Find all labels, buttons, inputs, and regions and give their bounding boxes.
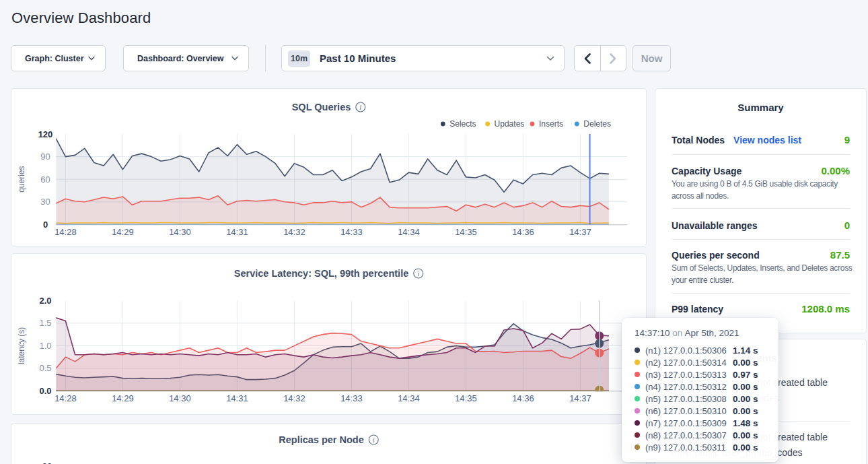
y-tick-label: 0.5	[39, 363, 51, 373]
legend-label: Deletes	[583, 119, 611, 129]
x-tick-label: 14:32	[283, 393, 305, 403]
y-tick-label: 30	[40, 197, 50, 207]
x-tick-label: 14:31	[226, 227, 248, 237]
legend-dot	[441, 122, 445, 127]
tooltip-node-row: (n3) 127.0.0.1:503130.97 s	[635, 368, 768, 380]
dashboard-dropdown[interactable]: Dashboard: Overview	[123, 45, 249, 71]
summary-row-label: P99 latency	[672, 302, 723, 316]
graph-dropdown[interactable]: Graph: Cluster	[11, 45, 106, 71]
time-range-label: Past 10 Minutes	[320, 53, 396, 64]
y-tick-label: 120	[38, 129, 53, 139]
toolbar-divider	[265, 44, 266, 71]
y-axis-title: latency (s)	[17, 327, 26, 364]
replicas-per-node-chart[interactable]: Replicas per Nodei30	[11, 424, 646, 464]
time-forward-button[interactable]	[600, 46, 626, 71]
chart-title: SQL Queries	[292, 102, 351, 112]
node-color-dot	[635, 372, 640, 377]
service-latency-chart[interactable]: Service Latency: SQL, 99th percentilei0.…	[11, 254, 646, 414]
legend-dot	[530, 122, 535, 127]
tooltip-node-label: (n1) 127.0.0.1:50306	[645, 345, 733, 356]
x-tick-label: 14:28	[55, 393, 77, 403]
chart-title-group: Replicas per Nodei	[279, 434, 378, 445]
y-tick-label: 1.0	[39, 341, 51, 351]
summary-row: Unavailable ranges0	[655, 219, 866, 232]
node-color-dot	[635, 360, 640, 365]
summary-title: Summary	[655, 102, 866, 114]
summary-row-caption: You are using 0 B of 4.5 GiB usable disk…	[655, 178, 866, 202]
tooltip-node-value: 1.48 s	[733, 418, 758, 428]
tooltip-node-label: (n4) 127.0.0.1:50312	[645, 382, 733, 392]
x-tick-label: 14:30	[169, 227, 191, 237]
x-tick-label: 14:35	[455, 393, 477, 403]
summary-row-value: 0.00%	[821, 164, 850, 178]
tooltip-timestamp: 14:37:10 on Apr 5th, 2021	[635, 327, 768, 340]
chevron-right-icon	[610, 53, 616, 64]
summary-panel: Summary Total NodesView nodes list9Capac…	[655, 88, 867, 333]
service-latency-chart-card: Service Latency: SQL, 99th percentilei0.…	[11, 253, 647, 415]
node-color-dot	[635, 432, 640, 438]
tooltip-node-value: 1.14 s	[733, 345, 758, 356]
tooltip-node-value: 0.00 s	[733, 406, 758, 416]
tooltip-node-value: 0.00 s	[733, 394, 758, 404]
node-color-dot	[635, 396, 640, 401]
chevron-left-icon	[584, 53, 591, 64]
x-tick-label: 14:29	[112, 393, 134, 403]
tooltip-node-value: 0.00 s	[733, 442, 758, 453]
x-tick-label: 14:37	[569, 393, 591, 403]
y-tick-label: 60	[40, 174, 50, 185]
tooltip-node-label: (n6) 127.0.0.1:50310	[645, 406, 733, 416]
time-step-buttons	[574, 45, 626, 71]
sql-queries-chart[interactable]: SQL Queriesi030609012014:2814:2914:3014:…	[11, 89, 646, 246]
legend-label: Updates	[495, 119, 525, 129]
tooltip-node-label: (n2) 127.0.0.1:50314	[645, 358, 733, 368]
tooltip-node-row: (n8) 127.0.0.1:503070.00 s	[635, 429, 768, 441]
info-icon: i	[356, 102, 365, 112]
summary-divider	[672, 154, 850, 155]
x-tick-label: 14:33	[340, 393, 363, 403]
chart-legend: SelectsUpdatesInsertsDeletes	[441, 119, 611, 129]
x-tick-label: 14:32	[283, 227, 305, 237]
view-nodes-list-link[interactable]: View nodes list	[733, 133, 801, 147]
info-icon: i	[414, 269, 423, 278]
y-tick-label: 0	[43, 220, 48, 230]
chart-title: Replicas per Node	[279, 434, 364, 445]
summary-divider	[672, 239, 850, 240]
graph-dropdown-label: Graph: Cluster	[25, 54, 84, 63]
summary-row-label: Queries per second	[672, 248, 760, 262]
info-icon: i	[369, 435, 378, 444]
overview-dashboard-page: Overview Dashboard Graph: Cluster Dashbo…	[0, 0, 868, 464]
x-tick-label: 14:28	[55, 227, 77, 237]
chevron-down-icon	[231, 56, 238, 61]
chart-title-group: SQL Queriesi	[292, 102, 365, 112]
y-tick-label: 90	[40, 152, 50, 162]
x-tick-label: 14:33	[340, 227, 363, 237]
replicas-per-node-chart-card: Replicas per Nodei30	[11, 423, 647, 464]
tooltip-node-row: (n2) 127.0.0.1:503140.00 s	[635, 356, 768, 368]
tooltip-node-value: 0.97 s	[733, 370, 758, 380]
summary-row: Queries per second87.5	[655, 248, 866, 262]
now-button[interactable]: Now	[632, 45, 671, 71]
summary-row-caption: Sum of Selects, Updates, Inserts, and De…	[655, 262, 866, 286]
chart-series	[56, 139, 609, 225]
tooltip-node-row: (n4) 127.0.0.1:503120.00 s	[635, 380, 768, 393]
legend-dot	[485, 122, 490, 127]
node-color-dot	[635, 408, 640, 413]
summary-row-value: 0	[844, 219, 850, 232]
x-tick-label: 14:31	[226, 393, 248, 403]
time-range-dropdown[interactable]: 10m Past 10 Minutes	[281, 45, 565, 71]
x-tick-label: 14:36	[512, 393, 534, 403]
x-tick-label: 14:34	[398, 393, 420, 403]
node-color-dot	[635, 444, 640, 450]
chevron-down-icon	[88, 56, 95, 61]
summary-row-label: Total Nodes	[672, 133, 725, 147]
summary-row: Capacity Usage0.00%	[655, 164, 866, 178]
time-back-button[interactable]	[575, 46, 600, 71]
dashboard-dropdown-label: Dashboard: Overview	[137, 54, 224, 63]
legend-dot	[575, 122, 579, 127]
node-color-dot	[635, 347, 640, 353]
tooltip-node-label: (n9) 127.0.0.1:50311	[645, 442, 733, 453]
summary-row: P99 latency1208.0 ms	[655, 302, 866, 316]
tooltip-node-row: (n7) 127.0.0.1:503091.48 s	[635, 417, 768, 429]
chart-series	[56, 318, 609, 395]
summary-row-label: Unavailable ranges	[672, 219, 758, 232]
